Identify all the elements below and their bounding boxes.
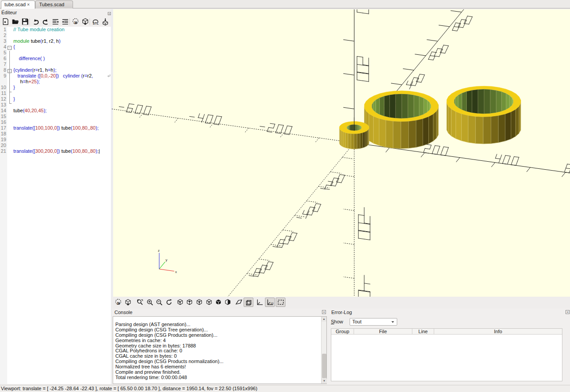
svg-text:»: »	[117, 299, 120, 306]
svg-text:y: y	[166, 258, 167, 262]
svg-text:x: x	[175, 270, 177, 274]
svg-text:10: 10	[271, 302, 274, 305]
svg-text:STL: STL	[93, 22, 98, 25]
svg-text:z: z	[158, 249, 160, 253]
svg-text:»: »	[74, 19, 77, 25]
